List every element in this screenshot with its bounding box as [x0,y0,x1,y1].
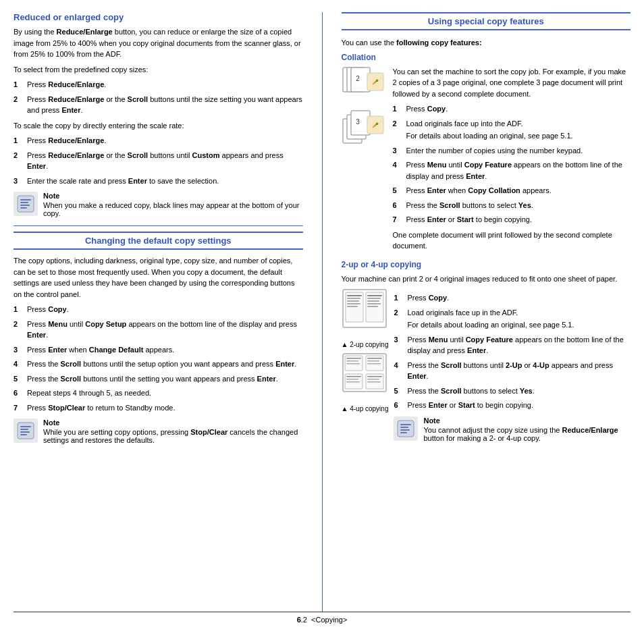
section2-steps: 1Press Copy. 2Press Menu until Copy Setu… [14,304,303,413]
twoup-caption: ▲ 2-up copying [342,341,389,348]
left-column: Reduced or enlarged copy By using the Re… [14,12,303,612]
section1-intro: By using the Reduce/Enlarge button, you … [14,26,303,60]
note-svg-3 [396,419,416,439]
svg-rect-6 [20,426,31,427]
twoup-img-wrap: ▲ 2-up copying [342,288,389,348]
note-box-3: Note You cannot adjust the copy size usi… [394,417,630,442]
step-item: 6Repeat steps 4 through 5, as needed. [14,387,303,399]
svg-rect-24 [347,295,362,296]
step-item: 6Press Enter or Start to begin copying. [394,400,630,411]
svg-rect-39 [346,363,360,365]
collation-area: 2 🥕 3 🥕 You [342,66,631,256]
step-item: 1Press Copy. [14,304,303,315]
note-content-2: Note While you are setting copy options,… [43,419,303,444]
twoup-steps: 1Press Copy. 2Load originals face up in … [394,292,630,411]
step-item: 3Press Enter when Change Default appears… [14,344,303,356]
step-item: 7Press Enter or Start to begin copying. [393,214,631,225]
twoup-intro: Your machine can print 2 or 4 original i… [342,273,631,285]
svg-rect-53 [400,424,411,425]
section1-para2: To select from the predefined copy sizes… [14,64,303,76]
svg-rect-2 [20,202,28,203]
step-item: 4Press the Scroll buttons until the setu… [14,358,303,370]
section2-intro: The copy options, including darkness, or… [14,255,303,300]
collation-image-bottom: 3 🥕 [342,109,387,149]
step-item: 1Press Copy. [394,292,630,304]
fourup-image [342,352,387,404]
svg-rect-25 [347,298,360,299]
section2-title: Changing the default copy settings [14,232,303,250]
note-svg-1 [16,194,36,214]
twoup-area: ▲ 2-up copying [342,288,631,448]
svg-rect-37 [346,358,361,359]
step-item: 2Load originals face up into the ADF.For… [393,118,631,142]
svg-rect-47 [346,381,360,383]
twoup-title: 2-up or 4-up copying [342,260,631,269]
svg-rect-41 [367,358,382,359]
svg-text:🥕: 🥕 [372,78,379,85]
svg-rect-42 [367,360,379,362]
svg-rect-33 [367,303,381,304]
twoup-content: 1Press Copy. 2Load originals face up in … [394,288,630,448]
svg-rect-9 [20,434,27,435]
note-text-1: When you make a reduced copy, black line… [43,201,303,217]
svg-rect-52 [398,421,414,437]
svg-rect-4 [20,207,27,209]
step-item: 2Press Reduce/Enlarge or the Scroll butt… [14,150,303,172]
column-divider [322,12,323,612]
step-item: 4Press Menu until Copy Feature appears o… [393,159,631,182]
step-item: 1Press Reduce/Enlarge. [14,135,303,146]
collation-outro: One complete document will print followe… [393,230,631,252]
collation-content: You can set the machine to sort the copy… [393,66,631,256]
collation-steps: 1Press Copy. 2Load originals face up int… [393,103,631,225]
step-item: 2Load originals face up in the ADF.For d… [394,307,630,331]
svg-rect-38 [346,360,358,362]
note-icon-1 [14,192,38,216]
fourup-img-wrap: ▲ 4-up copying [342,352,389,412]
svg-rect-46 [346,379,358,380]
note-icon-2 [14,419,38,443]
step-item: 1Press Copy. [393,103,631,115]
right-section-header: Using special copy features [342,12,631,30]
svg-text:2: 2 [356,75,360,82]
svg-rect-50 [367,379,379,380]
note-title-3: Note [423,417,630,425]
svg-rect-51 [367,381,381,383]
note-box-2: Note While you are setting copy options,… [14,419,303,444]
note-text-2: While you are setting copy options, pres… [43,428,303,444]
step-item: 3Enter the number of copies using the nu… [393,145,631,157]
svg-rect-8 [20,431,30,433]
step-item: 5Press the Scroll buttons until the sett… [14,373,303,385]
section1-para3: To scale the copy by directly entering t… [14,120,303,132]
fourup-caption: ▲ 4-up copying [342,405,389,412]
svg-rect-27 [347,303,360,304]
section1-steps2: 1Press Reduce/Enlarge. 2Press Reduce/Enl… [14,135,303,186]
svg-rect-26 [347,300,359,302]
svg-rect-34 [367,306,378,307]
svg-rect-54 [400,427,408,428]
step-item: 2Press Reduce/Enlarge or the Scroll butt… [14,94,303,116]
right-intro: You can use the following copy features: [342,37,631,49]
svg-rect-49 [367,376,382,377]
note-title-2: Note [43,419,303,427]
note-box-1: Note When you make a reduced copy, black… [14,192,303,217]
svg-rect-32 [367,300,379,302]
svg-rect-56 [400,432,407,433]
section1-title: Reduced or enlarged copy [14,12,303,22]
step-item: 1Press Reduce/Enlarge. [14,79,303,90]
section1-steps1: 1Press Reduce/Enlarge. 2Press Reduce/Enl… [14,79,303,116]
step-item: 7Press Stop/Clear to return to Standby m… [14,402,303,414]
svg-rect-30 [367,295,382,296]
step-item: 4Press the Scroll buttons until 2-Up or … [394,360,630,382]
svg-text:3: 3 [356,118,360,126]
page-number: 6.2 <Copying> [297,616,348,624]
note-content-1: Note When you make a reduced copy, black… [43,192,303,217]
note-icon-3 [394,417,418,441]
svg-rect-0 [18,196,34,212]
step-item: 2Press Menu until Copy Setup appears on … [14,319,303,341]
step-item: 3Enter the scale rate and press Enter to… [14,176,303,187]
page-footer: 6.2 <Copying> [14,612,630,624]
collation-images: 2 🥕 3 🥕 [342,66,387,256]
svg-rect-1 [20,199,31,200]
note-content-3: Note You cannot adjust the copy size usi… [423,417,630,442]
svg-rect-45 [346,376,361,377]
